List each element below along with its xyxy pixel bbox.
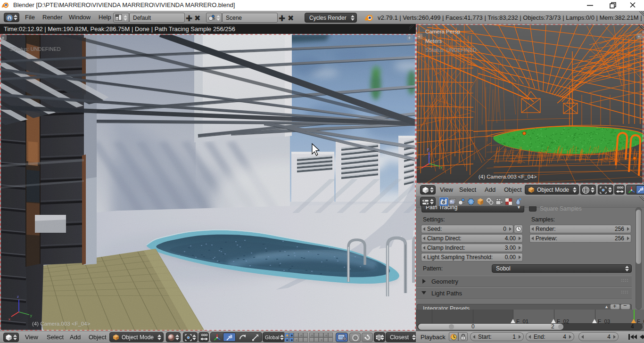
svg-text:Meters: Meters [425, 38, 442, 44]
svg-text:y: y [440, 165, 442, 169]
svg-text:(4) Camera.003 <F_04>: (4) Camera.003 <F_04> [479, 174, 537, 180]
svg-text:z: z [427, 147, 429, 151]
svg-text:+: + [638, 34, 640, 39]
svg-text:Camera Persp: Camera Persp [425, 29, 460, 34]
svg-text:+: + [418, 34, 421, 39]
svg-text:SStatus: UNDEFINED: SStatus: UNDEFINED [425, 47, 477, 53]
